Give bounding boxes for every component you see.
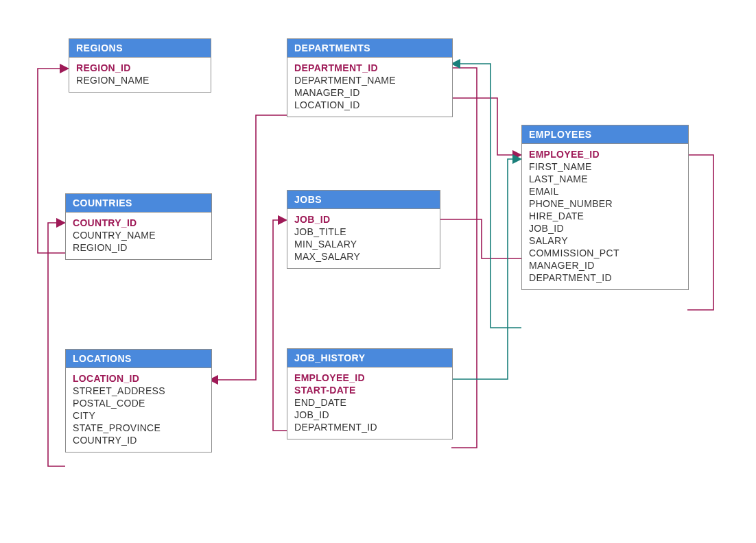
er-diagram-canvas: REGIONS REGION_ID REGION_NAME COUNTRIES … [0, 0, 756, 543]
table-employees: EMPLOYEES EMPLOYEE_ID FIRST_NAME LAST_NA… [521, 125, 689, 290]
column: COUNTRY_ID [73, 434, 204, 446]
column: SALARY [529, 234, 681, 247]
column: FIRST_NAME [529, 160, 681, 173]
column: LAST_NAME [529, 173, 681, 185]
column: DEPARTMENT_NAME [294, 74, 445, 86]
column-pk: START-DATE [294, 384, 445, 396]
table-title: EMPLOYEES [522, 125, 688, 144]
column: POSTAL_CODE [73, 397, 204, 409]
column: COMMISSION_PCT [529, 247, 681, 259]
table-job-history: JOB_HISTORY EMPLOYEE_ID START-DATE END_D… [287, 348, 453, 439]
table-columns: JOB_ID JOB_TITLE MIN_SALARY MAX_SALARY [287, 209, 440, 268]
table-jobs: JOBS JOB_ID JOB_TITLE MIN_SALARY MAX_SAL… [287, 190, 440, 269]
column: REGION_ID [73, 241, 204, 254]
column: CITY [73, 409, 204, 422]
column-pk: REGION_ID [76, 62, 204, 74]
column-pk: EMPLOYEE_ID [294, 372, 445, 384]
column: JOB_ID [294, 409, 445, 421]
column: COUNTRY_NAME [73, 229, 204, 241]
column: PHONE_NUMBER [529, 197, 681, 210]
table-columns: EMPLOYEE_ID FIRST_NAME LAST_NAME EMAIL P… [522, 144, 688, 289]
column: MAX_SALARY [294, 250, 433, 263]
column: DEPARTMENT_ID [294, 421, 445, 433]
column: MANAGER_ID [529, 259, 681, 272]
column-pk: DEPARTMENT_ID [294, 62, 445, 74]
table-regions: REGIONS REGION_ID REGION_NAME [69, 38, 211, 93]
column: JOB_ID [529, 222, 681, 234]
column-pk: JOB_ID [294, 213, 433, 226]
table-columns: REGION_ID REGION_NAME [69, 58, 211, 92]
column: JOB_TITLE [294, 226, 433, 238]
table-columns: EMPLOYEE_ID START-DATE END_DATE JOB_ID D… [287, 367, 452, 439]
column: STREET_ADDRESS [73, 385, 204, 397]
table-columns: LOCATION_ID STREET_ADDRESS POSTAL_CODE C… [66, 368, 211, 452]
table-title: JOB_HISTORY [287, 349, 452, 367]
column: EMAIL [529, 185, 681, 197]
column: END_DATE [294, 396, 445, 409]
table-title: COUNTRIES [66, 194, 211, 213]
table-columns: DEPARTMENT_ID DEPARTMENT_NAME MANAGER_ID… [287, 58, 452, 117]
column: HIRE_DATE [529, 210, 681, 222]
table-columns: COUNTRY_ID COUNTRY_NAME REGION_ID [66, 213, 211, 259]
column: STATE_PROVINCE [73, 422, 204, 434]
table-locations: LOCATIONS LOCATION_ID STREET_ADDRESS POS… [65, 349, 212, 452]
column: DEPARTMENT_ID [529, 272, 681, 284]
column: LOCATION_ID [294, 99, 445, 111]
table-title: DEPARTMENTS [287, 39, 452, 58]
column-pk: COUNTRY_ID [73, 217, 204, 229]
table-title: REGIONS [69, 39, 211, 58]
column: MIN_SALARY [294, 238, 433, 250]
column-pk: LOCATION_ID [73, 372, 204, 385]
column-pk: EMPLOYEE_ID [529, 148, 681, 160]
table-title: JOBS [287, 191, 440, 209]
table-departments: DEPARTMENTS DEPARTMENT_ID DEPARTMENT_NAM… [287, 38, 453, 117]
column: MANAGER_ID [294, 86, 445, 99]
table-title: LOCATIONS [66, 350, 211, 368]
column: REGION_NAME [76, 74, 204, 86]
table-countries: COUNTRIES COUNTRY_ID COUNTRY_NAME REGION… [65, 193, 212, 260]
